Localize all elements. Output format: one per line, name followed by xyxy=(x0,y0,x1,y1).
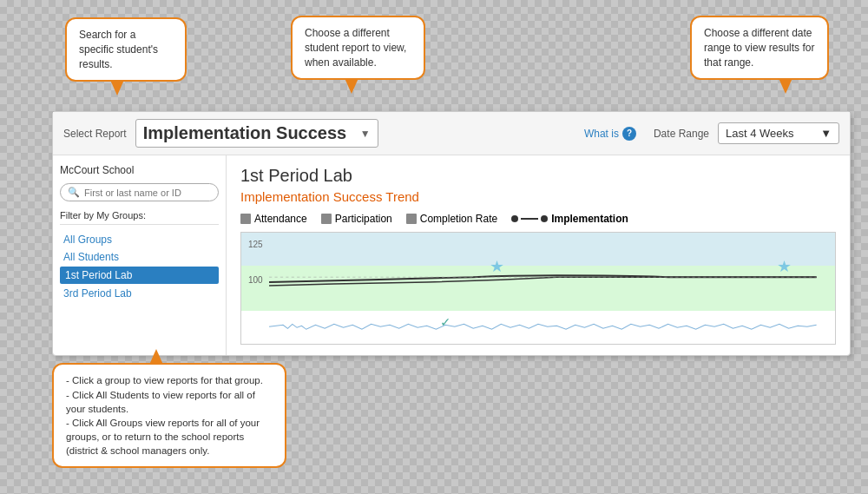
main-content: 1st Period Lab Implementation Success Tr… xyxy=(227,155,850,355)
tooltip-search-arrow xyxy=(112,80,122,91)
legend-attendance-icon xyxy=(240,214,251,224)
trend-title: Implementation Success Trend xyxy=(240,189,836,204)
chart-area: 125 100 ★ ✓ ★ xyxy=(240,232,836,345)
tooltip-daterange-text: Choose a different date range to view re… xyxy=(704,27,814,69)
date-range-value: Last 4 Weeks xyxy=(726,127,794,140)
legend-completion-rate-label: Completion Rate xyxy=(420,213,497,225)
tooltip-report-arrow xyxy=(346,78,357,89)
sidebar-item-all-students[interactable]: All Students xyxy=(60,249,219,265)
tooltip-report: Choose a different student report to vie… xyxy=(291,16,425,80)
search-icon: 🔍 xyxy=(68,187,80,198)
sidebar: McCourt School 🔍 Filter by My Groups: Al… xyxy=(53,155,227,355)
legend-implementation-dot2 xyxy=(541,215,548,222)
app-header: Select Report Implementation Success ▼ W… xyxy=(53,112,850,155)
sidebar-item-1st-period[interactable]: 1st Period Lab xyxy=(60,267,219,284)
what-is-this-button[interactable]: What is ? xyxy=(584,127,636,141)
legend-completion-rate-icon xyxy=(406,214,417,224)
school-name: McCourt School xyxy=(60,164,219,176)
legend-attendance-label: Attendance xyxy=(254,213,307,225)
report-dropdown[interactable]: Implementation Success ▼ xyxy=(135,119,378,148)
legend-attendance: Attendance xyxy=(240,213,307,225)
date-range-label: Date Range xyxy=(654,128,709,140)
legend-participation-label: Participation xyxy=(335,213,392,225)
tooltip-search: Search for a specific student's results. xyxy=(65,17,187,82)
what-is-label: What is xyxy=(584,128,619,140)
legend-participation-icon xyxy=(321,214,332,224)
chart-svg: ★ ✓ ★ xyxy=(241,233,835,344)
tooltip-search-text: Search for a specific student's results. xyxy=(79,29,158,70)
report-dropdown-arrow: ▼ xyxy=(360,128,371,140)
filter-label: Filter by My Groups: xyxy=(60,210,219,225)
tooltip-daterange-arrow xyxy=(780,78,791,89)
tooltip-report-text: Choose a different student report to vie… xyxy=(305,27,406,69)
report-name: Implementation Success xyxy=(143,123,347,143)
search-box[interactable]: 🔍 xyxy=(60,183,219,201)
app-panel: Select Report Implementation Success ▼ W… xyxy=(52,111,851,356)
period-title: 1st Period Lab xyxy=(240,166,836,186)
tooltip-groups-text: - Click a group to view reports for that… xyxy=(66,375,263,455)
legend-implementation-label: Implementation xyxy=(551,213,628,225)
sidebar-item-all-groups[interactable]: All Groups xyxy=(60,232,219,247)
search-input[interactable] xyxy=(84,188,211,198)
sidebar-item-3rd-period[interactable]: 3rd Period Lab xyxy=(60,286,219,301)
legend-completion-rate: Completion Rate xyxy=(406,213,497,225)
select-report-label: Select Report xyxy=(63,128,127,140)
tooltip-daterange: Choose a different date range to view re… xyxy=(690,16,829,80)
app-body: McCourt School 🔍 Filter by My Groups: Al… xyxy=(53,155,850,355)
legend-implementation: Implementation xyxy=(511,213,628,225)
legend-implementation-dot xyxy=(511,215,518,222)
date-range-dropdown[interactable]: Last 4 Weeks ▼ xyxy=(718,122,839,144)
chart-legend: Attendance Participation Completion Rate xyxy=(240,213,836,225)
svg-text:★: ★ xyxy=(490,258,504,275)
svg-text:✓: ✓ xyxy=(440,316,450,329)
svg-text:★: ★ xyxy=(777,258,792,275)
legend-implementation-line xyxy=(521,218,538,220)
tooltip-groups: - Click a group to view reports for that… xyxy=(52,363,286,468)
legend-participation: Participation xyxy=(321,213,392,225)
question-mark-icon: ? xyxy=(622,127,636,141)
date-dropdown-arrow: ▼ xyxy=(820,127,832,140)
tooltip-groups-arrow xyxy=(151,353,161,365)
